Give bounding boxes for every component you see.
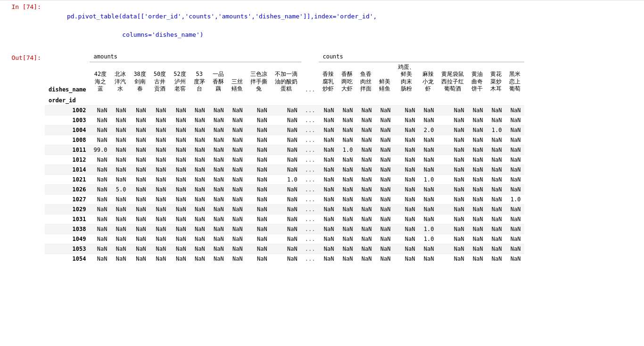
- group-header-row: amounts counts: [45, 52, 524, 62]
- cell-count-0: NaN: [319, 254, 338, 264]
- cell-amount-7: NaN: [228, 174, 247, 184]
- ellipsis-cell: ...: [301, 184, 319, 194]
- cell-count-1: NaN: [338, 204, 356, 214]
- cell-count-3: NaN: [375, 105, 394, 115]
- cell-count-7: NaN: [468, 244, 487, 254]
- cell-amount-6: NaN: [209, 194, 228, 204]
- table-row: 1029NaNNaNNaNNaNNaNNaNNaNNaNNaNNaN...NaN…: [45, 204, 524, 214]
- cell-count-8: NaN: [487, 194, 505, 204]
- cell-count-0: NaN: [319, 234, 338, 244]
- cell-amount-2: NaN: [130, 194, 149, 204]
- cell-amount-0: NaN: [90, 105, 111, 115]
- cell-amount-4: NaN: [170, 135, 190, 145]
- table-row: 1054NaNNaNNaNNaNNaNNaNNaNNaNNaNNaN...NaN…: [45, 254, 524, 264]
- cell-count-1: NaN: [338, 135, 356, 145]
- cell-count-5: 1.0: [419, 174, 438, 184]
- cell-amount-7: NaN: [228, 194, 247, 204]
- cell-amount-6: NaN: [209, 115, 228, 125]
- cell-amount-2: NaN: [130, 184, 149, 194]
- cell-amount-3: NaN: [150, 145, 170, 155]
- cell-amount-6: NaN: [209, 214, 228, 224]
- cell-amount-0: NaN: [90, 115, 111, 125]
- cell-amount-2: NaN: [130, 254, 149, 264]
- cell-count-2: NaN: [356, 115, 375, 125]
- cell-amount-5: NaN: [190, 125, 209, 135]
- cell-amount-0: NaN: [90, 165, 111, 174]
- col-鸡蛋鲜美肉末肠粉: 鸡蛋、鲜美肉末肠粉: [394, 62, 419, 94]
- col-三丝鳝鱼: 三丝鳝鱼: [228, 62, 247, 94]
- cell-amount-7: NaN: [228, 214, 247, 224]
- cell-amount-7: NaN: [228, 244, 247, 254]
- cell-amount-5: NaN: [190, 135, 209, 145]
- cell-count-6: NaN: [438, 224, 468, 234]
- cell-amount-7: NaN: [228, 234, 247, 244]
- cell-count-2: NaN: [356, 125, 375, 135]
- cell-count-6: NaN: [438, 115, 468, 125]
- cell-amount-3: NaN: [150, 174, 170, 184]
- cell-amount-8: NaN: [247, 155, 271, 165]
- order-id-label: order_id: [45, 94, 90, 106]
- cell-amount-3: NaN: [150, 125, 170, 135]
- input-label: In [74]:: [0, 2, 45, 10]
- table-row: 1012NaNNaNNaNNaNNaNNaNNaNNaNNaNNaN...NaN…: [45, 155, 524, 165]
- cell-amount-2: NaN: [130, 115, 149, 125]
- cell-count-9: NaN: [505, 115, 524, 125]
- cell-count-9: NaN: [505, 244, 524, 254]
- table-row: 1053NaNNaNNaNNaNNaNNaNNaNNaNNaNNaN...NaN…: [45, 244, 524, 254]
- ellipsis-cell: ...: [301, 125, 319, 135]
- order-id-spacer: [90, 94, 524, 106]
- cell-amount-7: NaN: [228, 135, 247, 145]
- cell-amount-8: NaN: [247, 135, 271, 145]
- cell-amount-2: NaN: [130, 155, 149, 165]
- cell-amount-8: NaN: [247, 184, 271, 194]
- table-row: 1049NaNNaNNaNNaNNaNNaNNaNNaNNaNNaN...NaN…: [45, 234, 524, 244]
- cell-amount-9: 1.0: [271, 174, 301, 184]
- cell-count-2: NaN: [356, 224, 375, 234]
- cell-count-9: NaN: [505, 125, 524, 135]
- cell-count-1: NaN: [338, 115, 356, 125]
- cell-count-5: 1.0: [419, 234, 438, 244]
- dishes-name-label: dishes_name: [45, 62, 90, 94]
- cell-amount-0: NaN: [90, 174, 111, 184]
- cell-count-6: NaN: [438, 155, 468, 165]
- cell-amount-9: NaN: [271, 135, 301, 145]
- cell-amount-5: NaN: [190, 234, 209, 244]
- cell-count-7: NaN: [468, 214, 487, 224]
- cell-amount-2: NaN: [130, 135, 149, 145]
- table-row: 1008NaNNaNNaNNaNNaNNaNNaNNaNNaNNaN...NaN…: [45, 135, 524, 145]
- cell-count-8: NaN: [487, 234, 505, 244]
- cell-count-6: NaN: [438, 105, 468, 115]
- cell-count-2: NaN: [356, 105, 375, 115]
- ellipsis-cell: ...: [301, 244, 319, 254]
- cell-amount-3: NaN: [150, 155, 170, 165]
- cell-amount-7: NaN: [228, 105, 247, 115]
- cell-amount-9: NaN: [271, 145, 301, 155]
- counts-group-header: counts: [319, 52, 524, 62]
- cell-count-6: NaN: [438, 234, 468, 244]
- cell-amount-9: NaN: [271, 125, 301, 135]
- cell-count-2: NaN: [356, 145, 375, 155]
- cell-amount-6: NaN: [209, 165, 228, 174]
- cell-amount-7: NaN: [228, 145, 247, 155]
- cell-amount-6: NaN: [209, 135, 228, 145]
- ellipsis-cell: ...: [301, 224, 319, 234]
- cell-amount-4: NaN: [170, 194, 190, 204]
- cell-count-6: NaN: [438, 125, 468, 135]
- cell-amount-1: NaN: [111, 204, 130, 214]
- row-id: 1038: [45, 224, 90, 234]
- cell-count-9: 1.0: [505, 194, 524, 204]
- cell-amount-6: NaN: [209, 204, 228, 214]
- row-id: 1049: [45, 234, 90, 244]
- cell-count-8: NaN: [487, 145, 505, 155]
- cell-amount-0: NaN: [90, 194, 111, 204]
- cell-amount-2: NaN: [130, 224, 149, 234]
- col-黄花菜炒木耳: 黄花菜炒木耳: [487, 62, 505, 94]
- cell-amount-2: NaN: [130, 165, 149, 174]
- cell-count-0: NaN: [319, 184, 338, 194]
- col-三色凉拌手撕兔: 三色凉拌手撕兔: [247, 62, 271, 94]
- cell-count-8: 1.0: [487, 125, 505, 135]
- cell-amount-8: NaN: [247, 125, 271, 135]
- cell-count-5: NaN: [419, 115, 438, 125]
- cell-amount-0: NaN: [90, 204, 111, 214]
- cell-amount-0: NaN: [90, 254, 111, 264]
